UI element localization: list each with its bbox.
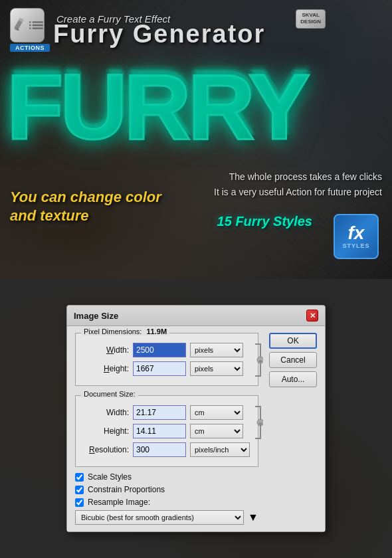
resample-label: Resample Image: bbox=[88, 498, 150, 507]
pixel-bracket: ∞ bbox=[254, 343, 263, 377]
resample-row: Resample Image: bbox=[75, 498, 258, 507]
constrain-proportions-row: Constrain Proportions bbox=[75, 485, 258, 494]
actions-icon-container: ACTIONS bbox=[10, 8, 50, 48]
fx-text: fx bbox=[348, 224, 365, 242]
pixel-width-label: Width: bbox=[82, 345, 129, 355]
doc-width-unit-select[interactable]: cm mm inches bbox=[190, 405, 243, 420]
resample-dropdown-arrow: ▼ bbox=[248, 512, 258, 523]
pixel-height-label: Height: bbox=[82, 364, 129, 373]
doc-width-row: Width: cm mm inches bbox=[82, 405, 251, 420]
right-description: The whole process takes a few clicks It … bbox=[214, 169, 382, 199]
scale-styles-label: Scale Styles bbox=[88, 472, 132, 482]
resolution-input[interactable] bbox=[133, 442, 186, 457]
doc-height-label: Height: bbox=[82, 426, 129, 436]
actions-label: ACTIONS bbox=[10, 44, 50, 52]
resolution-label: Resolution: bbox=[82, 445, 129, 454]
styles-text: 15 Furry Styles bbox=[217, 214, 312, 229]
dialog-body: OK Cancel Auto... Pixel Dimensions: 11.9… bbox=[67, 326, 325, 531]
resample-select[interactable]: Bicubic (best for smooth gradients) Bicu… bbox=[75, 510, 244, 525]
image-size-dialog: Image Size ✕ OK Cancel Auto... Pixel Dim… bbox=[66, 305, 326, 532]
pixel-width-input[interactable] bbox=[133, 343, 186, 357]
pixel-width-row: Width: pixels percent bbox=[82, 343, 251, 357]
pixel-height-row: Height: pixels percent bbox=[82, 361, 251, 376]
auto-button[interactable]: Auto... bbox=[269, 371, 317, 387]
doc-height-input[interactable] bbox=[133, 424, 186, 438]
action-buttons: OK Cancel Auto... bbox=[269, 333, 317, 387]
pencil-icon bbox=[11, 15, 29, 36]
scale-styles-row: Scale Styles bbox=[75, 472, 258, 482]
svg-text:∞: ∞ bbox=[259, 359, 262, 363]
document-size-section: Document Size: Width: cm mm inches bbox=[75, 395, 258, 467]
doc-width-label: Width: bbox=[82, 408, 129, 417]
furry-fur-overlay: FURRY bbox=[7, 53, 307, 161]
fx-badge: fx STYLES bbox=[334, 214, 379, 259]
doc-bracket-svg: ∞ bbox=[254, 405, 263, 440]
resolution-row: Resolution: pixels/inch pixels/cm bbox=[82, 442, 251, 457]
right-line2: It is a very useful Action for future pr… bbox=[214, 185, 382, 199]
pixel-bracket-svg: ∞ bbox=[254, 343, 263, 377]
doc-height-unit-select[interactable]: cm mm inches bbox=[190, 424, 243, 438]
scale-styles-checkbox[interactable] bbox=[75, 473, 84, 482]
banner-title: Furry Generator bbox=[53, 20, 265, 48]
svg-text:∞: ∞ bbox=[259, 421, 262, 426]
doc-width-input[interactable] bbox=[133, 405, 186, 420]
fx-label: STYLES bbox=[342, 242, 369, 249]
constrain-proportions-checkbox[interactable] bbox=[75, 486, 84, 494]
resample-checkbox[interactable] bbox=[75, 498, 84, 507]
constrain-proportions-label: Constrain Proportions bbox=[88, 485, 165, 494]
close-button[interactable]: ✕ bbox=[306, 310, 318, 322]
checkboxes-section: Scale Styles Constrain Proportions Resam… bbox=[75, 472, 258, 525]
pixel-dimensions-section: Pixel Dimensions: 11.9M Width: pixels pe… bbox=[75, 333, 258, 386]
dialog-title: Image Size bbox=[74, 311, 118, 321]
bottom-left-line2: and texture bbox=[10, 207, 161, 226]
dialog-area: Image Size ✕ OK Cancel Auto... Pixel Dim… bbox=[0, 279, 392, 558]
banner: ACTIONS Create a Furry Text Effect SKVAL… bbox=[0, 0, 392, 279]
bottom-left-line1: You can change color bbox=[10, 188, 161, 207]
doc-height-row: Height: cm mm inches bbox=[82, 424, 251, 438]
skval-line2: DESIGN bbox=[300, 19, 321, 25]
dialog-titlebar: Image Size ✕ bbox=[67, 306, 325, 326]
pixel-dims-label: Pixel Dimensions: bbox=[84, 327, 142, 335]
skval-line1: SKVAL bbox=[302, 12, 320, 18]
resolution-unit-select[interactable]: pixels/inch pixels/cm bbox=[190, 442, 250, 457]
pixel-width-unit-select[interactable]: pixels percent bbox=[190, 343, 243, 357]
pixel-dims-value: 11.9M bbox=[146, 327, 167, 335]
doc-size-legend: Document Size: bbox=[81, 390, 138, 398]
doc-size-label: Document Size: bbox=[84, 390, 136, 398]
pixel-height-input[interactable] bbox=[133, 361, 186, 376]
pixel-dims-legend: Pixel Dimensions: 11.9M bbox=[81, 327, 169, 335]
doc-fields: Width: cm mm inches Height: bbox=[82, 405, 251, 457]
ok-button[interactable]: OK bbox=[269, 333, 317, 349]
actions-icon bbox=[10, 8, 45, 43]
pixel-height-unit-select[interactable]: pixels percent bbox=[190, 361, 243, 376]
resample-select-row: Bicubic (best for smooth gradients) Bicu… bbox=[75, 510, 258, 525]
skval-badge: SKVAL DESIGN bbox=[296, 9, 326, 29]
pixel-fields: Width: pixels percent Height: bbox=[82, 343, 251, 376]
doc-bracket: ∞ bbox=[254, 405, 263, 440]
bottom-left-text: You can change color and texture bbox=[10, 188, 161, 226]
cancel-button[interactable]: Cancel bbox=[269, 352, 317, 368]
right-line1: The whole process takes a few clicks bbox=[214, 169, 382, 184]
